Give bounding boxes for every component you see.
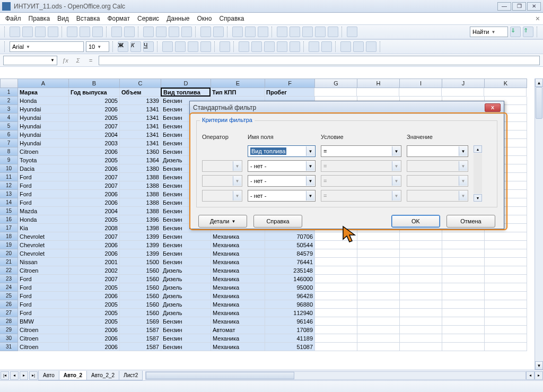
cell[interactable] bbox=[357, 326, 400, 334]
cell[interactable]: 2006 bbox=[69, 147, 120, 156]
gallery-icon[interactable] bbox=[302, 27, 313, 37]
cell[interactable] bbox=[315, 283, 357, 292]
cell[interactable] bbox=[357, 249, 400, 258]
cell[interactable] bbox=[485, 232, 527, 241]
align-justify-icon[interactable] bbox=[200, 41, 211, 52]
preview-icon[interactable] bbox=[92, 27, 103, 37]
menu-file[interactable]: Файл bbox=[3, 14, 23, 23]
cell[interactable]: Ford bbox=[18, 190, 69, 198]
cell[interactable] bbox=[400, 334, 442, 343]
cell[interactable]: Citroen bbox=[18, 343, 69, 351]
cell[interactable] bbox=[315, 249, 357, 258]
cell[interactable] bbox=[400, 232, 442, 241]
hscroll-right-icon[interactable]: ▸ bbox=[535, 371, 543, 380]
cell[interactable]: 1341 bbox=[120, 122, 161, 130]
cell[interactable]: Citroen bbox=[18, 334, 69, 343]
cell[interactable]: Hyundai bbox=[18, 130, 69, 139]
cell[interactable]: Пробег bbox=[265, 88, 314, 97]
cell[interactable]: 1364 bbox=[120, 156, 161, 164]
cell[interactable]: 146000 bbox=[265, 275, 315, 283]
cell[interactable] bbox=[442, 309, 485, 317]
cell[interactable] bbox=[485, 266, 527, 275]
cell[interactable] bbox=[442, 283, 485, 292]
bg-color-icon[interactable] bbox=[353, 41, 364, 52]
cell[interactable] bbox=[442, 249, 485, 258]
cell[interactable] bbox=[485, 275, 527, 283]
standard-format-icon[interactable] bbox=[264, 41, 275, 52]
operator-combo[interactable]: ▼ bbox=[202, 160, 242, 172]
cell[interactable]: 2006 bbox=[69, 164, 120, 173]
cell[interactable]: Дизель bbox=[161, 309, 211, 317]
column-header-C[interactable]: C bbox=[120, 79, 161, 88]
cell[interactable]: 2006 bbox=[69, 343, 120, 351]
column-header-F[interactable]: F bbox=[265, 79, 315, 88]
font-color-icon[interactable] bbox=[366, 41, 376, 52]
cell[interactable]: 84579 bbox=[265, 249, 315, 258]
row-header[interactable]: 18 bbox=[0, 232, 18, 241]
format-paint-icon[interactable] bbox=[181, 27, 192, 37]
cell[interactable]: 2006 bbox=[69, 105, 120, 114]
add-decimal-icon[interactable] bbox=[277, 41, 287, 52]
cell[interactable] bbox=[400, 326, 442, 334]
cell[interactable]: Kia bbox=[18, 224, 69, 232]
cell[interactable]: Механика bbox=[211, 300, 265, 309]
cell[interactable] bbox=[442, 292, 485, 300]
row-header[interactable]: 16 bbox=[0, 215, 18, 224]
close-button[interactable]: ✕ bbox=[527, 2, 541, 11]
cell[interactable]: Hyundai bbox=[18, 114, 69, 122]
cell[interactable]: 1388 bbox=[120, 181, 161, 190]
field-name-combo[interactable]: Вид топлива▼ bbox=[248, 145, 316, 157]
dialog-titlebar[interactable]: Стандартный фильтр X bbox=[190, 101, 504, 114]
decrease-indent-icon[interactable] bbox=[309, 41, 319, 52]
cell[interactable]: 2002 bbox=[69, 266, 120, 275]
cell[interactable]: 51087 bbox=[265, 343, 315, 351]
find-next-icon[interactable]: ⇓ bbox=[510, 27, 521, 37]
row-header[interactable]: 23 bbox=[0, 275, 18, 283]
cell[interactable] bbox=[485, 343, 527, 351]
cell[interactable] bbox=[485, 283, 527, 292]
cell[interactable]: Бензин bbox=[161, 232, 211, 241]
remove-decimal-icon[interactable] bbox=[290, 41, 300, 52]
cell[interactable]: 2007 bbox=[69, 181, 120, 190]
cell[interactable] bbox=[357, 292, 400, 300]
vertical-scrollbar[interactable]: ▲ ▼ bbox=[535, 79, 543, 370]
cell[interactable]: 1560 bbox=[120, 309, 161, 317]
cell[interactable] bbox=[442, 326, 485, 334]
cell[interactable]: Ford bbox=[18, 181, 69, 190]
cell[interactable] bbox=[357, 88, 399, 97]
document-close-icon[interactable]: × bbox=[536, 14, 540, 23]
cell[interactable] bbox=[442, 300, 485, 309]
cell[interactable]: 2005 bbox=[69, 317, 120, 326]
cell[interactable]: Hyundai bbox=[18, 139, 69, 147]
column-header-J[interactable]: J bbox=[442, 79, 485, 88]
cell[interactable] bbox=[357, 258, 400, 266]
field-name-combo[interactable]: - нет -▼ bbox=[248, 160, 316, 172]
cell[interactable]: Citroen bbox=[18, 266, 69, 275]
cell[interactable] bbox=[485, 317, 527, 326]
row-header[interactable]: 27 bbox=[0, 309, 18, 317]
row-header[interactable]: 29 bbox=[0, 326, 18, 334]
undo-icon[interactable] bbox=[200, 27, 211, 37]
details-button[interactable]: Детали ▼ bbox=[198, 215, 247, 228]
cell[interactable]: Бензин bbox=[161, 249, 211, 258]
cell[interactable]: 1388 bbox=[120, 198, 161, 207]
cell[interactable]: 1560 bbox=[120, 283, 161, 292]
cell[interactable]: 2007 bbox=[69, 232, 120, 241]
cell[interactable] bbox=[314, 88, 357, 97]
cell[interactable] bbox=[485, 300, 527, 309]
cell[interactable]: Ford bbox=[18, 292, 69, 300]
cancel-button[interactable]: Отмена bbox=[446, 215, 495, 228]
row-header[interactable]: 21 bbox=[0, 258, 18, 266]
field-name-combo[interactable]: - нет -▼ bbox=[248, 175, 316, 187]
cell[interactable] bbox=[442, 275, 485, 283]
cell[interactable]: 2005 bbox=[69, 114, 120, 122]
scroll-up-icon[interactable]: ▲ bbox=[535, 79, 543, 87]
cell[interactable]: Механика bbox=[211, 283, 265, 292]
merge-cells-icon[interactable] bbox=[220, 41, 230, 52]
italic-icon[interactable]: К bbox=[130, 41, 141, 52]
save-icon[interactable] bbox=[35, 27, 46, 37]
select-all-corner[interactable] bbox=[0, 79, 18, 88]
cell[interactable] bbox=[485, 334, 527, 343]
tab-last-icon[interactable]: ▸| bbox=[29, 371, 38, 380]
navigator-icon[interactable] bbox=[290, 27, 300, 37]
